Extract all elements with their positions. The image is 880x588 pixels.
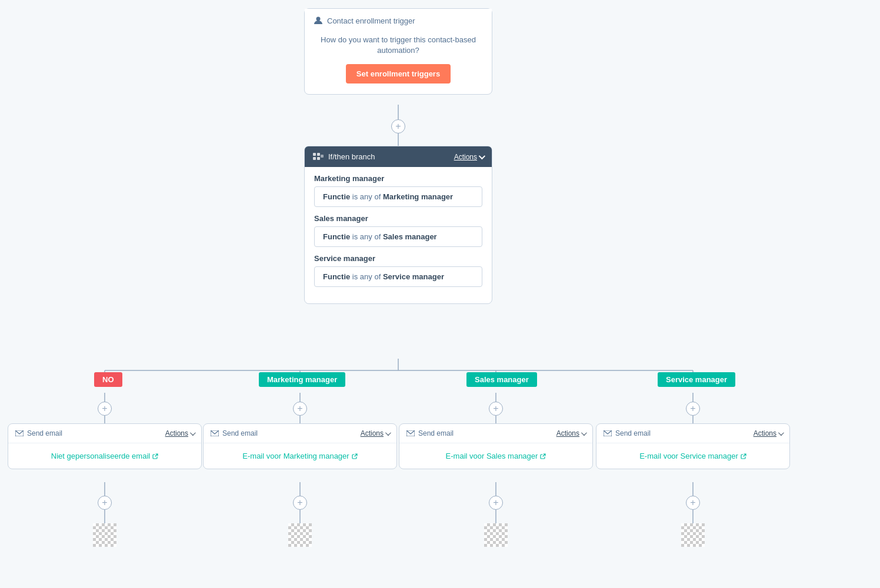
condition-op-1: is any of (352, 232, 383, 241)
branch-condition-box-2: Functie is any of Service manager (314, 266, 482, 287)
set-enrollment-triggers-button[interactable]: Set enrollment triggers (346, 64, 451, 83)
trigger-header-label: Contact enrollment trigger (327, 16, 415, 25)
add-bottom0-button[interactable]: + (98, 496, 112, 510)
condition-op-0: is any of (352, 192, 381, 201)
email-actions-link-3[interactable]: Actions (754, 429, 782, 437)
end-checker-2 (484, 523, 508, 547)
email-link-2[interactable]: E-mail voor Sales manager (446, 452, 546, 460)
add-bottom3-button[interactable]: + (686, 496, 700, 510)
add-col2-button[interactable]: + (489, 402, 503, 416)
external-link-icon-1 (352, 453, 358, 459)
email-chevron-0 (190, 430, 196, 436)
branch-condition-box-0: Functie is any of Marketing manager (314, 186, 482, 207)
add-col3-button[interactable]: + (686, 402, 700, 416)
email-icon-3 (604, 430, 612, 436)
end-checker-1 (288, 523, 312, 547)
trigger-body: How do you want to trigger this contact-… (305, 30, 492, 94)
add-col1-button[interactable]: + (293, 402, 307, 416)
branch-label-sales: Sales manager (466, 372, 537, 387)
add-after-trigger-button[interactable]: + (391, 119, 405, 133)
svg-rect-25 (313, 153, 316, 156)
email-card-header-3: Send email Actions (596, 424, 789, 443)
email-chevron-2 (581, 430, 587, 436)
trigger-header: Contact enrollment trigger (305, 9, 492, 30)
branch-header-label: If/then branch (328, 152, 375, 161)
branch-header: If/then branch Actions (305, 146, 492, 167)
email-link-3[interactable]: E-mail voor Service manager (639, 452, 746, 460)
email-card-body-0: Niet gepersonaliseerde email (8, 443, 201, 469)
email-actions-link-1[interactable]: Actions (361, 429, 389, 437)
branch-section-label-0: Marketing manager (314, 174, 482, 183)
branch-label-service: Service manager (658, 372, 735, 387)
svg-point-24 (316, 17, 321, 21)
branch-label-no: NO (94, 372, 122, 387)
svg-rect-27 (313, 157, 316, 160)
email-card-body-2: E-mail voor Sales manager (399, 443, 592, 469)
person-icon (314, 16, 322, 25)
email-card-0: Send email Actions Niet gepersonaliseerd… (8, 423, 202, 469)
chevron-down-icon (479, 152, 485, 159)
email-actions-link-2[interactable]: Actions (556, 429, 585, 437)
email-icon-1 (211, 430, 219, 436)
email-card-body-1: E-mail voor Marketing manager (204, 443, 396, 469)
email-header-left-1: Send email (211, 429, 258, 437)
branch-section-label-1: Sales manager (314, 214, 482, 223)
branch-header-left: If/then branch (313, 152, 375, 161)
email-header-left-2: Send email (406, 429, 454, 437)
email-actions-link-0[interactable]: Actions (165, 429, 194, 437)
condition-op-2: is any of (352, 272, 383, 281)
svg-rect-28 (317, 157, 320, 160)
email-header-label-0: Send email (27, 429, 62, 437)
email-link-1[interactable]: E-mail voor Marketing manager (242, 452, 357, 460)
add-bottom2-button[interactable]: + (489, 496, 503, 510)
condition-field-0: Functie (323, 192, 350, 201)
external-link-icon-2 (540, 453, 546, 459)
email-chevron-3 (778, 430, 784, 436)
workflow-canvas: Contact enrollment trigger How do you wa… (0, 0, 880, 588)
email-header-left-0: Send email (15, 429, 62, 437)
email-card-header-1: Send email Actions (204, 424, 396, 443)
email-header-label-2: Send email (418, 429, 454, 437)
email-card-body-3: E-mail voor Service manager (596, 443, 789, 469)
branch-section-label-2: Service manager (314, 254, 482, 263)
email-card-header-2: Send email Actions (399, 424, 592, 443)
trigger-body-text: How do you want to trigger this contact-… (314, 35, 482, 56)
external-link-icon-3 (741, 453, 746, 459)
branch-condition-box-1: Functie is any of Sales manager (314, 226, 482, 247)
email-card-3: Send email Actions E-mail voor Service m… (596, 423, 790, 469)
end-checker-3 (681, 523, 705, 547)
email-icon-2 (406, 430, 415, 436)
email-card-2: Send email Actions E-mail voor Sales man… (399, 423, 593, 469)
branch-card: If/then branch Actions Marketing manager… (304, 146, 492, 304)
email-chevron-1 (385, 430, 391, 436)
add-col0-button[interactable]: + (98, 402, 112, 416)
condition-field-1: Functie (323, 232, 350, 241)
condition-value-1: Sales manager (383, 232, 437, 241)
branch-icon (313, 153, 324, 161)
svg-rect-29 (321, 155, 324, 158)
branch-actions-link[interactable]: Actions (454, 153, 484, 161)
email-link-0[interactable]: Niet gepersonaliseerde email (51, 452, 158, 460)
email-header-label-1: Send email (222, 429, 258, 437)
svg-rect-26 (317, 153, 320, 156)
branch-label-marketing: Marketing manager (259, 372, 345, 387)
branch-body: Marketing manager Functie is any of Mark… (305, 167, 492, 303)
email-icon-0 (15, 430, 24, 436)
condition-value-2: Service manager (383, 272, 444, 281)
email-header-left-3: Send email (604, 429, 651, 437)
email-card-1: Send email Actions E-mail voor Marketing… (203, 423, 397, 469)
email-card-header-0: Send email Actions (8, 424, 201, 443)
condition-value-0: Marketing manager (383, 192, 453, 201)
external-link-icon-0 (152, 453, 158, 459)
condition-field-2: Functie (323, 272, 350, 281)
trigger-card: Contact enrollment trigger How do you wa… (304, 8, 492, 95)
email-header-label-3: Send email (615, 429, 651, 437)
add-bottom1-button[interactable]: + (293, 496, 307, 510)
end-checker-0 (93, 523, 116, 547)
